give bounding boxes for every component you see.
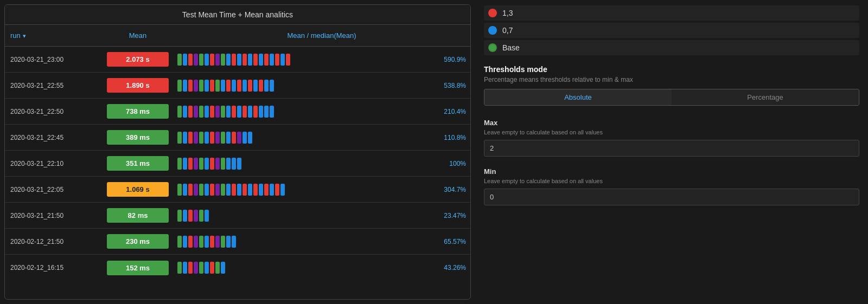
bar-segment xyxy=(183,236,187,248)
bar-segment xyxy=(194,236,198,248)
cell-bar-8: 43.26% xyxy=(173,258,470,277)
bar-segment xyxy=(194,132,198,144)
bar-segment xyxy=(264,106,269,118)
bar-segment xyxy=(199,80,203,92)
bar-segment xyxy=(188,184,193,196)
bar-segment xyxy=(221,184,225,196)
bar-segment xyxy=(226,158,231,170)
table-row: 2020-03-21_21:5082 ms23.47% xyxy=(5,203,470,229)
col-median: Mean / median(Mean) xyxy=(173,29,470,42)
bar-segment xyxy=(248,184,252,196)
bar-segment xyxy=(194,184,198,196)
bar-segment xyxy=(259,54,263,66)
mean-badge-8: 152 ms xyxy=(107,261,169,275)
legend-dot-1 xyxy=(488,26,497,35)
bar-segment xyxy=(183,210,187,222)
bar-segment xyxy=(264,184,269,196)
cell-mean-7: 230 ms xyxy=(103,232,173,251)
bar-segment xyxy=(194,80,198,92)
bar-segment xyxy=(280,184,285,196)
bar-segment xyxy=(232,158,236,170)
pct-label-3: 110.8% xyxy=(438,134,466,141)
bar-segment xyxy=(221,132,225,144)
bar-segment xyxy=(221,106,225,118)
legend-label-2: Base xyxy=(502,43,520,52)
bar-segment xyxy=(232,236,236,248)
cell-bar-6: 23.47% xyxy=(173,206,470,225)
table-header: run Mean Mean / median(Mean) xyxy=(5,25,470,47)
cell-bar-3: 110.8% xyxy=(173,128,470,147)
cell-mean-8: 152 ms xyxy=(103,258,173,277)
bar-segment xyxy=(232,106,236,118)
bar-track-0 xyxy=(177,52,433,67)
cell-bar-5: 304.7% xyxy=(173,180,470,199)
bar-segment xyxy=(210,106,214,118)
bar-segment xyxy=(205,132,209,144)
legend-item-0: 1,3 xyxy=(484,5,859,21)
mean-badge-0: 2.073 s xyxy=(107,52,169,67)
bar-segment xyxy=(205,54,209,66)
bar-track-6 xyxy=(177,208,433,223)
max-input[interactable] xyxy=(484,140,859,157)
cell-run-5: 2020-03-21_22:05 xyxy=(5,182,103,198)
table-row: 2020-03-21_23:002.073 s590.9% xyxy=(5,47,470,73)
bar-segment xyxy=(183,106,187,118)
bar-segment xyxy=(177,210,182,222)
pct-label-0: 590.9% xyxy=(438,56,466,63)
bar-segment xyxy=(275,54,279,66)
max-label: Max xyxy=(484,119,859,127)
bar-segment xyxy=(188,262,193,274)
legend-label-1: 0,7 xyxy=(502,26,513,35)
bar-track-8 xyxy=(177,260,433,275)
pct-label-7: 65.57% xyxy=(438,238,466,245)
bar-segment xyxy=(215,80,220,92)
table-row: 2020-02-12_16:15152 ms43.26% xyxy=(5,255,470,281)
bar-segment xyxy=(270,80,274,92)
bar-segment xyxy=(210,184,214,196)
mean-badge-3: 389 ms xyxy=(107,130,169,145)
bar-segment xyxy=(242,106,247,118)
col-mean: Mean xyxy=(103,29,173,42)
table-row: 2020-03-21_22:45389 ms110.8% xyxy=(5,125,470,151)
bar-segment xyxy=(226,236,231,248)
col-run[interactable]: run xyxy=(5,29,103,42)
bar-segment xyxy=(242,54,247,66)
bar-segment xyxy=(194,210,198,222)
bar-track-5 xyxy=(177,182,433,197)
bar-segment xyxy=(259,106,263,118)
bar-segment xyxy=(264,54,269,66)
min-input[interactable] xyxy=(484,189,859,205)
bar-segment xyxy=(194,54,198,66)
bar-segment xyxy=(232,54,236,66)
bar-segment xyxy=(237,80,241,92)
bar-segment xyxy=(205,184,209,196)
bar-segment xyxy=(183,184,187,196)
cell-mean-1: 1.890 s xyxy=(103,76,173,95)
bar-segment xyxy=(177,106,182,118)
bar-segment xyxy=(183,262,187,274)
bar-segment xyxy=(215,236,220,248)
cell-mean-6: 82 ms xyxy=(103,206,173,225)
bar-segment xyxy=(237,158,241,170)
cell-bar-7: 65.57% xyxy=(173,232,470,251)
bar-segment xyxy=(199,106,203,118)
cell-bar-2: 210.4% xyxy=(173,102,470,121)
bar-segment xyxy=(259,184,263,196)
toggle-absolute[interactable]: Absolute xyxy=(484,89,672,105)
bar-segment xyxy=(280,54,285,66)
bar-segment xyxy=(205,80,209,92)
bar-segment xyxy=(215,106,220,118)
bar-segment xyxy=(248,106,252,118)
legend-dot-2 xyxy=(488,43,497,52)
bar-segment xyxy=(232,184,236,196)
bar-segment xyxy=(210,262,214,274)
bar-segment xyxy=(221,54,225,66)
cell-run-4: 2020-03-21_22:10 xyxy=(5,156,103,172)
bar-segment xyxy=(177,236,182,248)
toggle-percentage[interactable]: Percentage xyxy=(672,89,859,105)
pct-label-6: 23.47% xyxy=(438,212,466,219)
bar-segment xyxy=(183,132,187,144)
table-row: 2020-03-21_22:551.890 s538.8% xyxy=(5,73,470,99)
bar-segment xyxy=(210,236,214,248)
bar-segment xyxy=(215,158,220,170)
